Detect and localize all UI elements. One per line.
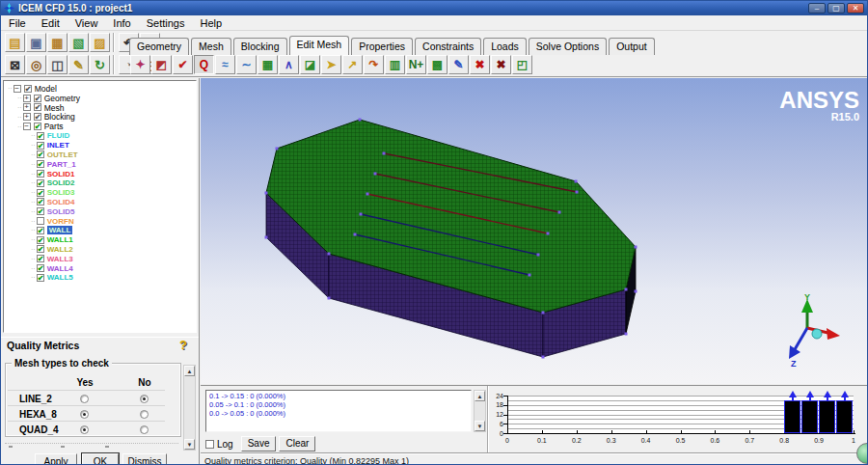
title-bar[interactable]: ICEM CFD 15.0 : project1 – ▢ ✕ [1,1,867,15]
expand-icon[interactable]: + [23,103,31,111]
tree-checkbox[interactable]: ✔ [37,255,44,262]
split-mesh-icon[interactable]: ◪ [300,55,320,74]
histogram-bar[interactable] [836,400,853,433]
smooth-hexahedral-icon[interactable]: ∼ [236,55,257,74]
check-mesh-icon[interactable]: ✔ [173,55,193,74]
tree-label[interactable]: INLET [47,141,69,150]
refine-mesh-icon[interactable]: ▦ [258,55,278,74]
quality-scrollbar[interactable]: ▲ ▼ [183,365,196,451]
menu-file[interactable]: File [1,17,34,29]
tree-item-wall2[interactable]: ··✔WALL2 [6,245,196,255]
tree-label[interactable]: WALL1 [47,235,73,244]
tree-checkbox[interactable]: ✔ [37,132,44,140]
tree-checkbox[interactable]: ✔ [37,207,44,215]
refresh-icon[interactable]: ↻ [90,55,110,74]
tree-checkbox[interactable]: ✔ [24,85,32,93]
mesh-summary-icon[interactable]: ◰ [512,55,532,74]
extrude-mesh-icon[interactable]: ◩ [151,55,172,74]
tree-label[interactable]: WALL3 [47,255,73,263]
zoom-window-icon[interactable]: ◎ [26,55,46,74]
tree-item-inlet[interactable]: ··✔INLET [6,141,196,150]
tree-item-model[interactable]: ··−✔Model [6,84,196,94]
scroll-down-icon[interactable]: ▼ [475,421,485,431]
tree-checkbox[interactable]: ✔ [37,236,44,244]
tree-item-solid1[interactable]: ··✔SOLID1 [6,169,196,178]
tree-item-vorfn[interactable]: ··VORFN [6,216,196,226]
tree-label[interactable]: Blocking [44,112,75,122]
annotate-icon[interactable]: ✎ [68,55,89,74]
tree-checkbox[interactable]: ✔ [34,95,41,102]
tree-checkbox[interactable]: ✔ [37,160,44,168]
tree-item-solid3[interactable]: ··✔SOLID3 [6,188,196,198]
tree-item-wall3[interactable]: ··✔WALL3 [6,254,196,263]
collapse-icon[interactable]: − [23,123,31,130]
tree-item-parts[interactable]: ··−✔Parts [6,122,196,131]
repair-mesh-icon[interactable]: ✎ [448,55,469,74]
tree-label[interactable]: Mesh [44,103,65,113]
ok-button[interactable]: OK [82,453,119,465]
tree-label[interactable]: FLUID [47,131,70,140]
save-icon[interactable]: ▣ [26,33,46,52]
tab-constraints[interactable]: Constraints [415,38,481,55]
move-nodes-icon[interactable]: ➤ [321,55,341,74]
open-folder-icon[interactable]: ▤ [5,33,25,52]
tree-item-solid2[interactable]: ··✔SOLID2 [6,178,196,188]
tree-checkbox[interactable]: ✔ [37,189,44,197]
tree-item-mesh[interactable]: ··+✔Mesh [6,103,196,113]
tree-checkbox[interactable]: ✔ [37,274,44,282]
histogram-bar[interactable] [784,400,800,433]
renumber-mesh-icon[interactable]: N+ [406,55,426,74]
tree-label[interactable]: WALL5 [47,273,73,282]
tree-label[interactable]: SOLID5 [47,207,75,216]
tree-item-wall[interactable]: ··✔WALL [6,226,196,235]
tree-label[interactable]: SOLID2 [47,178,75,187]
expand-icon[interactable]: + [23,113,31,121]
scroll-up-icon[interactable]: ▲ [184,366,195,376]
tree-label[interactable]: OUTLET [47,150,78,159]
collapse-icon[interactable]: − [14,85,21,93]
adjust-density-icon[interactable]: ▥ [385,55,405,74]
menu-edit[interactable]: Edit [34,17,68,29]
tree-item-solid5[interactable]: ··✔SOLID5 [6,206,196,216]
quality-log-box[interactable]: 0.1 -> 0.15 : 0 (0.000%)0.05 -> 0.1 : 0 … [205,390,472,432]
expand-icon[interactable]: + [23,95,31,102]
tree-checkbox[interactable]: ✔ [37,150,44,158]
tree-checkbox[interactable]: ✔ [37,198,44,205]
tree-label[interactable]: VORFN [47,217,74,226]
radio-yes-line_2[interactable] [80,395,89,403]
save-button[interactable]: Save [241,436,277,451]
tree-label[interactable]: SOLID1 [47,170,75,178]
quality-histogram[interactable]: 0612182400.10.20.30.40.50.60.70.80.91 [489,386,868,454]
tab-output[interactable]: Output [609,38,655,55]
radio-no-quad_4[interactable] [140,425,149,434]
menu-help[interactable]: Help [192,17,230,29]
tree-checkbox[interactable]: ✔ [37,245,44,253]
3d-viewport[interactable]: ANSYS R15.0 Y Z [201,78,868,384]
menu-view[interactable]: View [68,17,106,29]
open-blocking-folder-icon[interactable]: ▧ [68,33,89,52]
tree-checkbox[interactable]: ✔ [37,179,44,187]
tree-checkbox[interactable]: ✔ [37,264,44,272]
delete-nodes-icon[interactable]: ✖ [491,55,511,74]
radio-no-hexa_8[interactable] [140,410,149,419]
tree-label[interactable]: Parts [44,122,64,131]
tab-geometry[interactable]: Geometry [129,38,189,55]
tree-item-blocking[interactable]: ··+✔Blocking [6,112,196,122]
menu-info[interactable]: Info [105,17,138,29]
open-mesh-folder-icon[interactable]: ▦ [47,33,68,52]
tree-item-part_1[interactable]: ··✔PART_1 [6,159,196,169]
radio-yes-quad_4[interactable] [80,425,89,434]
tree-label[interactable]: WALL4 [47,264,73,273]
tree-item-wall4[interactable]: ··✔WALL4 [6,263,196,273]
tab-properties[interactable]: Properties [351,38,413,55]
tree-label[interactable]: WALL [47,226,73,234]
tree-checkbox[interactable]: ✔ [37,227,44,234]
apply-button[interactable]: Apply [35,453,77,465]
tab-mesh[interactable]: Mesh [191,38,231,55]
tab-edit-mesh[interactable]: Edit Mesh [289,36,350,55]
tree-checkbox[interactable]: ✔ [34,113,41,121]
log-checkbox[interactable] [205,440,214,449]
save-project-folder-icon[interactable]: ▨ [90,33,110,52]
minimize-button[interactable]: – [808,3,826,14]
reorient-mesh-icon[interactable]: ▩ [427,55,448,74]
